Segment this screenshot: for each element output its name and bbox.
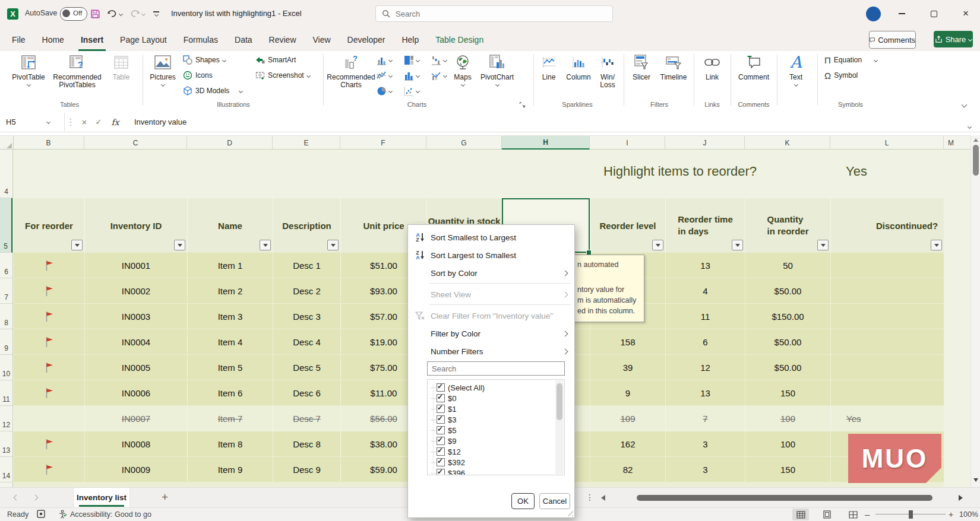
scroll-left-arrow[interactable]	[601, 495, 605, 501]
column-header-G[interactable]: G	[426, 136, 502, 150]
cancel-formula-icon[interactable]: ×	[77, 113, 91, 131]
page-break-preview-button[interactable]	[845, 509, 861, 520]
accessibility-status[interactable]: Accessibility: Good to go	[70, 510, 151, 519]
row-header-14[interactable]: 14	[0, 457, 12, 482]
filter-item-select-all[interactable]: (Select All)	[431, 382, 564, 393]
checkbox-checked-icon[interactable]	[437, 415, 445, 424]
autosave-toggle[interactable]: Off	[60, 7, 87, 21]
checkbox-checked-icon[interactable]	[437, 437, 445, 445]
filter-button-description[interactable]	[327, 240, 339, 250]
select-all-corner[interactable]	[0, 136, 14, 150]
filter-item[interactable]: $0	[431, 393, 564, 404]
header-quantity-in-reorder[interactable]: Quantity in reorder	[745, 198, 830, 253]
ok-button[interactable]: OK	[511, 493, 535, 509]
scroll-down-arrow[interactable]	[973, 478, 978, 482]
row-header-7[interactable]: 7	[0, 278, 12, 304]
header-reorder-time[interactable]: Reorder time in days	[665, 198, 745, 253]
recommended-charts-button[interactable]: ? Recommended Charts	[328, 53, 374, 89]
collapse-ribbon-button[interactable]	[962, 99, 966, 109]
sparkline-line-button[interactable]: Line	[536, 53, 562, 81]
formula-content[interactable]: Inventory value	[134, 113, 186, 131]
filter-item[interactable]: $9	[431, 436, 564, 446]
screenshot-button[interactable]: Screenshot	[255, 68, 322, 83]
row-header-5[interactable]: 5	[0, 198, 12, 253]
checkbox-checked-icon[interactable]	[437, 383, 445, 392]
menu-sort-largest[interactable]: ZA Sort Largest to Smallest	[408, 246, 574, 264]
comment-button[interactable]: Comment	[734, 53, 773, 81]
header-inventory-id[interactable]: Inventory ID	[84, 198, 187, 253]
insert-line-chart-button[interactable]	[377, 68, 404, 83]
search-box[interactable]	[375, 5, 613, 22]
tab-file[interactable]: File	[10, 28, 28, 51]
maps-button[interactable]: Maps	[449, 53, 476, 86]
header-for-reorder[interactable]: For reorder	[13, 198, 84, 253]
tab-page-layout[interactable]: Page Layout	[118, 28, 169, 51]
header-discontinued[interactable]: Discontinued?	[830, 198, 944, 253]
filter-list-scrollbar[interactable]	[555, 380, 564, 474]
undo-button[interactable]	[107, 7, 122, 20]
prev-sheet-arrow[interactable]	[14, 495, 20, 501]
vertical-scroll-thumb[interactable]	[973, 145, 979, 176]
filter-button-inventory-id[interactable]	[174, 240, 185, 250]
filter-button-discontinued[interactable]	[931, 240, 942, 250]
pivottable-button[interactable]: PivotTable	[10, 53, 48, 86]
tab-formulas[interactable]: Formulas	[181, 28, 220, 51]
insert-hierarchy-chart-button[interactable]	[404, 52, 431, 68]
vertical-scrollbar[interactable]	[970, 135, 980, 487]
sparkline-column-button[interactable]: Column	[563, 53, 594, 81]
redo-button[interactable]	[129, 7, 145, 20]
row-header-11[interactable]: 11	[0, 380, 12, 406]
customize-quick-access-icon[interactable]	[153, 7, 159, 20]
horizontal-scroll-thumb[interactable]	[637, 495, 932, 501]
accessibility-icon[interactable]	[58, 510, 67, 520]
cancel-button[interactable]: Cancel	[539, 493, 570, 509]
row-header-9[interactable]: 9	[0, 329, 12, 355]
filter-button-for-reorder[interactable]	[71, 240, 83, 250]
row-header-4[interactable]: 4	[0, 150, 12, 198]
slicer-button[interactable]: Slicer	[627, 53, 656, 81]
checkbox-checked-icon[interactable]	[437, 405, 445, 413]
column-header-K[interactable]: K	[745, 136, 830, 150]
zoom-out-button[interactable]: –	[865, 509, 870, 519]
header-name[interactable]: Name	[187, 198, 273, 253]
filter-button-reorder-time[interactable]	[732, 240, 743, 250]
column-header-F[interactable]: F	[340, 136, 426, 150]
insert-scatter-chart-button[interactable]	[404, 83, 431, 99]
column-header-M[interactable]: M	[944, 136, 970, 150]
row-header-13[interactable]: 13	[0, 431, 12, 457]
filter-search-box[interactable]	[427, 361, 565, 376]
header-reorder-level[interactable]: Reorder level	[590, 198, 665, 253]
filter-item[interactable]: $12	[431, 446, 564, 457]
shapes-button[interactable]: Shapes	[183, 52, 252, 68]
close-button[interactable]: ×	[956, 5, 975, 23]
checkbox-checked-icon[interactable]	[437, 458, 445, 466]
3d-models-button[interactable]: 3D Models	[183, 83, 252, 99]
filter-button-name[interactable]	[260, 240, 271, 250]
insert-function-icon[interactable]: fx	[107, 113, 124, 131]
filter-item[interactable]: $396	[431, 468, 564, 475]
banner-question-cell[interactable]: Highlight items to reorder?	[603, 164, 757, 179]
banner-answer-cell[interactable]: Yes	[846, 164, 867, 179]
share-button[interactable]: Share	[934, 31, 973, 47]
timeline-button[interactable]: Timeline	[657, 53, 690, 81]
row-header-10[interactable]: 10	[0, 355, 12, 380]
header-description[interactable]: Description	[273, 198, 340, 253]
scrollbar-thumb[interactable]	[557, 383, 562, 420]
smartart-button[interactable]: SmartArt	[255, 52, 322, 68]
macro-record-icon[interactable]	[37, 510, 45, 520]
filter-item[interactable]: $5	[431, 425, 564, 436]
insert-pie-chart-button[interactable]	[377, 83, 404, 99]
icons-button[interactable]: Icons	[183, 68, 252, 83]
comments-button[interactable]: Comments	[869, 31, 916, 49]
column-header-H[interactable]: H	[502, 136, 590, 150]
menu-filter-by-color[interactable]: Filter by Color	[408, 325, 574, 342]
column-header-E[interactable]: E	[273, 136, 340, 150]
restore-button[interactable]	[924, 5, 943, 23]
tab-review[interactable]: Review	[267, 28, 299, 51]
filter-button-quantity-in-reorder[interactable]	[817, 240, 829, 250]
recommended-pivottables-button[interactable]: ? Recommended PivotTables	[49, 53, 106, 89]
minimize-button[interactable]	[892, 5, 911, 23]
tab-table-design[interactable]: Table Design	[433, 28, 486, 51]
zoom-slider-thumb[interactable]	[909, 510, 913, 519]
equation-button[interactable]: Π Equation	[824, 52, 913, 68]
